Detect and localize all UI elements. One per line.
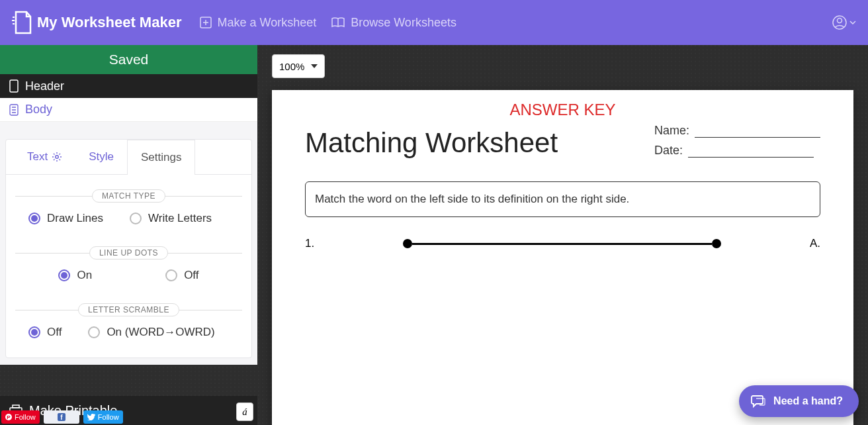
option-scramble-on-label: On (WORD→OWRD) xyxy=(107,326,214,339)
nav-make-worksheet[interactable]: Make a Worksheet xyxy=(200,16,316,30)
nav-browse-worksheets[interactable]: Browse Worksheets xyxy=(331,16,456,30)
nav-make-worksheet-label: Make a Worksheet xyxy=(217,16,316,30)
radio-icon xyxy=(130,212,142,224)
tab-style-label: Style xyxy=(89,150,114,164)
pinterest-follow[interactable]: P Follow xyxy=(1,410,40,424)
accent-char-button[interactable]: á xyxy=(236,402,253,421)
gear-icon xyxy=(52,152,62,162)
canvas-area: 100% ANSWER KEY Matching Worksheet Name:… xyxy=(257,45,868,425)
match-dot-left xyxy=(403,239,412,248)
help-widget[interactable]: Need a hand? xyxy=(739,385,859,417)
radio-icon xyxy=(28,326,40,338)
radio-icon xyxy=(58,269,70,281)
option-lineup-off[interactable]: Off xyxy=(165,269,198,282)
svg-point-5 xyxy=(56,156,59,159)
caret-down-icon xyxy=(849,21,856,24)
list-icon xyxy=(9,104,19,116)
svg-point-2 xyxy=(838,19,842,23)
worksheet-title[interactable]: Matching Worksheet xyxy=(305,127,558,159)
svg-text:P: P xyxy=(7,414,11,420)
option-lineup-on[interactable]: On xyxy=(58,269,92,282)
save-status: Saved xyxy=(0,45,257,74)
user-circle-icon xyxy=(832,15,847,30)
twitter-follow[interactable]: Follow xyxy=(83,410,123,424)
accordion-body[interactable]: Body xyxy=(0,98,257,122)
caret-down-icon xyxy=(311,64,318,68)
facebook-widget[interactable]: f xyxy=(44,410,79,424)
option-scramble-on[interactable]: On (WORD→OWRD) xyxy=(88,326,214,339)
radio-icon xyxy=(88,326,100,338)
radio-icon xyxy=(165,269,177,281)
option-scramble-off[interactable]: Off xyxy=(28,326,62,339)
legend-match-type: MATCH TYPE xyxy=(92,189,165,203)
tab-style[interactable]: Style xyxy=(75,140,127,174)
name-label: Name: xyxy=(654,124,689,138)
tabbar: Text Style Settings xyxy=(6,140,251,175)
tab-settings-label: Settings xyxy=(141,151,181,164)
tab-text-label: Text xyxy=(27,150,48,164)
pinterest-follow-label: Follow xyxy=(15,413,36,421)
nav-browse-label: Browse Worksheets xyxy=(351,16,456,30)
book-icon xyxy=(331,17,345,28)
plus-square-icon xyxy=(200,17,212,28)
legend-scramble: LETTER SCRAMBLE xyxy=(78,303,179,316)
twitter-follow-label: Follow xyxy=(98,413,119,421)
app-name: My Worksheet Maker xyxy=(37,14,181,31)
name-date-block: Name: Date: xyxy=(654,123,820,163)
option-draw-lines[interactable]: Draw Lines xyxy=(28,212,103,225)
accordion-header[interactable]: Header xyxy=(0,74,257,98)
logo-icon xyxy=(12,11,32,34)
phone-portrait-icon xyxy=(9,79,19,93)
date-line[interactable] xyxy=(688,143,814,158)
zoom-level: 100% xyxy=(279,61,304,72)
pinterest-icon: P xyxy=(5,414,12,420)
option-scramble-off-label: Off xyxy=(47,326,62,339)
match-connector xyxy=(412,243,712,245)
topbar: My Worksheet Maker Make a Worksheet Brow… xyxy=(0,0,868,45)
social-row: P Follow f Follow xyxy=(0,409,124,425)
legend-lineup: LINE UP DOTS xyxy=(89,246,168,260)
option-write-letters-label: Write Letters xyxy=(148,212,212,225)
user-menu[interactable] xyxy=(832,15,856,30)
radio-icon xyxy=(28,212,40,224)
worksheet-page: ANSWER KEY Matching Worksheet Name: Date… xyxy=(272,90,853,425)
answer-key-label: ANSWER KEY xyxy=(305,101,820,119)
date-label: Date: xyxy=(654,144,683,158)
tab-settings[interactable]: Settings xyxy=(127,140,195,175)
sidebar: Saved Header Body Text Style xyxy=(0,45,257,425)
tab-text[interactable]: Text xyxy=(14,140,75,174)
name-line[interactable] xyxy=(695,123,820,138)
twitter-icon xyxy=(87,414,95,420)
accordion-body-label: Body xyxy=(25,103,52,117)
chat-icon xyxy=(751,394,765,408)
match-left-num: 1. xyxy=(305,237,314,250)
accordion-header-label: Header xyxy=(25,79,64,93)
help-label: Need a hand? xyxy=(773,395,843,407)
svg-rect-3 xyxy=(10,80,18,92)
option-lineup-on-label: On xyxy=(77,269,92,282)
instruction-box[interactable]: Match the word on the left side to its d… xyxy=(305,181,820,217)
zoom-dropdown[interactable]: 100% xyxy=(272,54,325,78)
match-row[interactable]: 1. A. xyxy=(305,237,820,250)
match-dot-right xyxy=(712,239,721,248)
body-panel: Text Style Settings MATCH TYPE xyxy=(0,122,257,365)
option-write-letters[interactable]: Write Letters xyxy=(130,212,212,225)
option-lineup-off-label: Off xyxy=(184,269,198,282)
match-right-letter: A. xyxy=(810,237,820,250)
facebook-icon: f xyxy=(58,413,65,421)
option-draw-lines-label: Draw Lines xyxy=(47,212,103,225)
app-logo[interactable]: My Worksheet Maker xyxy=(12,11,181,34)
